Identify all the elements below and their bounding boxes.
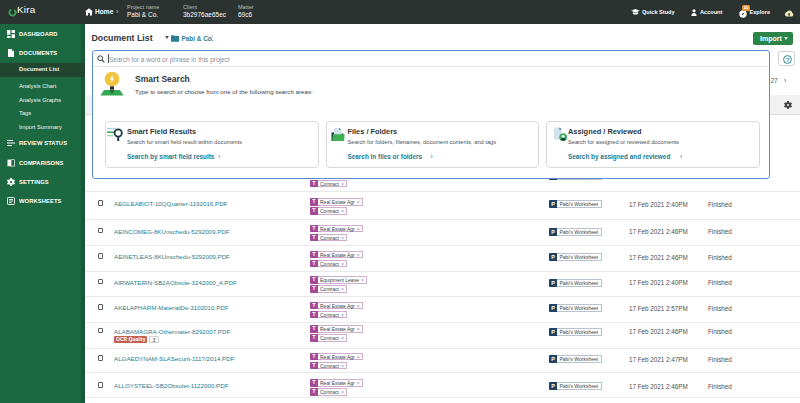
svg-text:?: ?	[785, 55, 789, 62]
